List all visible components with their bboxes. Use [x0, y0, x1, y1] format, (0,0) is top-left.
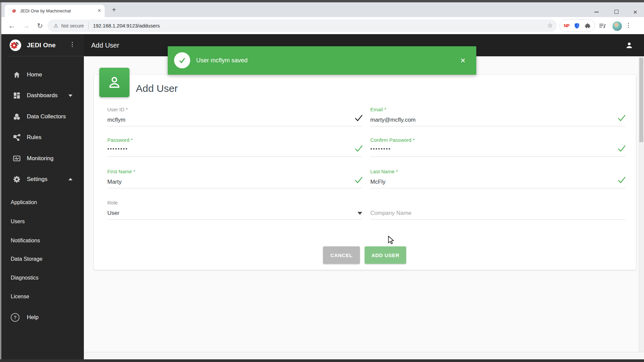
password-value[interactable]: •••••••• [107, 146, 128, 152]
rules-flow-icon [13, 133, 21, 141]
last-name-value[interactable]: McFly [370, 179, 385, 185]
page-title: Add User [91, 34, 119, 56]
sidebar-subitem-label: License [11, 291, 29, 303]
url-text[interactable]: 192.168.1.204:9123/addusers [93, 23, 160, 28]
sidebar-item-label: Settings [27, 173, 47, 186]
first-name-value[interactable]: Marty [107, 179, 122, 185]
sidebar-subitem-label: Notifications [11, 235, 40, 247]
window-close-button[interactable]: × [631, 7, 639, 17]
valid-check-icon [354, 113, 363, 122]
forward-icon: → [20, 17, 32, 34]
favicon-gear-icon [11, 8, 17, 14]
field-underline [370, 219, 625, 220]
extensions-pill: NP [559, 19, 595, 32]
sidebar-item-settings[interactable]: Settings [1, 173, 84, 186]
confirm-password-label: Confirm Password * [370, 137, 415, 143]
sidebar-divider [7, 56, 84, 56]
sidebar-item-rules[interactable]: Rules [1, 131, 84, 144]
valid-check-icon [617, 113, 626, 122]
sidebar-item-monitoring[interactable]: Monitoring [1, 152, 84, 165]
user-id-label: User ID * [107, 107, 128, 112]
window-restore-button[interactable] [614, 10, 619, 14]
sidebar-item-notifications[interactable]: Notifications [1, 235, 84, 247]
user-id-value[interactable]: mcflym [107, 117, 125, 123]
sidebar-subitem-label: Users [11, 216, 25, 228]
company-name-field[interactable]: Company Name [370, 200, 625, 240]
sidebar-item-label: Data Collectors [27, 110, 66, 123]
jedi-one-logo [9, 39, 21, 51]
tab-strip: JEDI One by Machinechat × + × [1, 2, 644, 17]
chevron-down-icon[interactable] [68, 95, 72, 97]
profile-avatar[interactable] [612, 21, 622, 31]
add-user-button[interactable]: ADD USER [365, 246, 406, 264]
back-icon[interactable]: ← [6, 17, 17, 34]
toast-close-icon[interactable]: × [454, 46, 471, 75]
valid-check-icon [617, 144, 626, 153]
help-icon: ? [11, 313, 19, 322]
dropdown-arrow-icon[interactable] [358, 212, 362, 215]
valid-check-icon [354, 144, 363, 153]
sidebar-item-home[interactable]: Home [1, 68, 84, 81]
valid-check-icon [354, 175, 363, 184]
confirm-password-value[interactable]: •••••••• [370, 146, 391, 152]
field-underline [370, 188, 625, 188]
cubes-icon [13, 113, 21, 121]
refresh-icon[interactable]: ↻ [34, 17, 46, 34]
field-underline [370, 157, 625, 157]
role-select[interactable]: Role User [107, 200, 362, 240]
bookmark-star-icon[interactable]: ☆ [547, 19, 553, 32]
scrollbar-thumb[interactable] [639, 58, 643, 142]
first-name-label: First Name * [107, 169, 135, 174]
email-label: Email * [370, 107, 386, 112]
sidebar-subitem-label: Diagnostics [11, 272, 39, 284]
sidebar-item-dashboards[interactable]: Dashboards [1, 89, 84, 102]
browser-tab[interactable]: JEDI One by Machinechat × [5, 5, 105, 17]
extensions-puzzle-icon[interactable] [584, 22, 591, 29]
company-name-placeholder[interactable]: Company Name [370, 210, 412, 217]
password-label: Password * [107, 137, 133, 143]
not-secure-warning-icon: ⚠ [54, 23, 58, 29]
valid-check-icon [617, 175, 626, 184]
sidebar-menu-icon[interactable] [72, 42, 73, 47]
browser-toolbar: ← → ↻ ⚠ Not secure 192.168.1.204:9123/ad… [1, 17, 644, 34]
tab-close-icon[interactable]: × [95, 5, 104, 17]
cancel-button[interactable]: CANCEL [323, 246, 360, 264]
monitoring-icon [13, 155, 21, 163]
sidebar-item-license[interactable]: License [1, 291, 84, 303]
chevron-up-icon[interactable] [68, 178, 72, 180]
gear-icon [13, 175, 21, 183]
browser-menu-icon[interactable] [628, 23, 629, 28]
sidebar-item-label: Help [27, 311, 39, 324]
home-icon [13, 71, 21, 79]
role-label: Role [107, 200, 118, 205]
sidebar-item-label: Rules [27, 131, 41, 144]
sidebar-item-application[interactable]: Application [1, 196, 84, 208]
extension-np-icon[interactable]: NP [564, 23, 570, 28]
brand-name: JEDI One [27, 34, 56, 56]
field-underline [107, 219, 362, 220]
field-underline [370, 126, 625, 126]
sidebar-item-data-storage[interactable]: Data Storage [1, 253, 84, 265]
sidebar-item-help[interactable]: ? Help [1, 311, 84, 324]
sidebar-item-users[interactable]: Users [1, 216, 84, 228]
window-bottom-border [0, 359, 644, 362]
window-minimize-button[interactable] [594, 12, 599, 12]
role-value[interactable]: User [107, 210, 119, 217]
success-check-icon [174, 52, 190, 68]
sidebar-item-diagnostics[interactable]: Diagnostics [1, 272, 84, 284]
address-bar[interactable]: ⚠ Not secure 192.168.1.204:9123/addusers… [48, 19, 557, 32]
account-icon[interactable] [625, 41, 633, 49]
omnibox-divider [88, 22, 89, 29]
new-tab-button[interactable]: + [109, 5, 119, 14]
last-name-label: Last Name * [370, 169, 398, 174]
playlist-icon[interactable] [598, 22, 606, 30]
email-value[interactable]: marty@mcfly.com [370, 117, 416, 123]
sidebar-item-label: Monitoring [27, 152, 53, 165]
card-title: Add User [136, 83, 178, 94]
sidebar-item-data-collectors[interactable]: Data Collectors [1, 110, 84, 123]
extension-shield-icon[interactable] [574, 22, 580, 29]
sidebar: JEDI One Home Dashboards [1, 34, 84, 359]
security-label[interactable]: Not secure [61, 23, 84, 28]
sidebar-item-label: Home [27, 68, 42, 81]
browser-window: JEDI One by Machinechat × + × ← → ↻ ⚠ No… [0, 0, 644, 362]
